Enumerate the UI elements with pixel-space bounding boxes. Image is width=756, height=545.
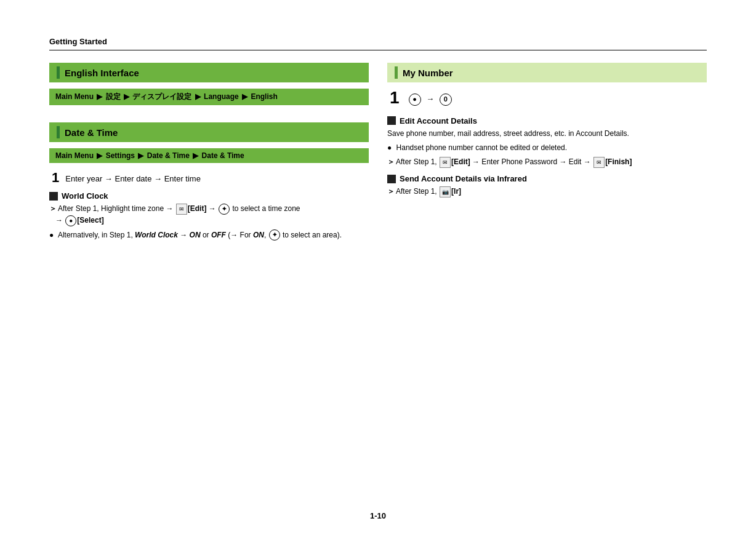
menu-item-language: Language — [204, 92, 239, 101]
english-interface-section: English Interface Main Menu ▶ 設定 ▶ ディスプレ… — [49, 63, 369, 113]
dt-arrow1: ▶ — [97, 151, 102, 160]
date-time-section: Date & Time Main Menu ▶ Settings ▶ Date … — [49, 122, 369, 241]
edit-account-bullet1: ● Handset phone number cannot be edited … — [387, 142, 707, 154]
greater-arrow2: ＞ — [387, 157, 395, 166]
arrow-right: → — [105, 174, 113, 183]
ir-sq-icon: 📷 — [440, 186, 451, 197]
greater-arrow3: ＞ — [387, 187, 395, 196]
dt-menu-item-main: Main Menu — [55, 151, 94, 160]
header-bar-dt — [57, 126, 60, 138]
world-clock-subsection: World Clock ＞After Step 1, Highlight tim… — [49, 191, 369, 241]
my-number-header: My Number — [387, 63, 707, 82]
arrow4: ▶ — [242, 92, 249, 101]
edit-sq-icon: ✉ — [440, 157, 451, 168]
left-column: English Interface Main Menu ▶ 設定 ▶ ディスプレ… — [49, 63, 369, 251]
edit-account-line1: ＞After Step 1, ✉[Edit] → Enter Phone Pas… — [387, 156, 707, 168]
page: Getting Started English Interface Main M… — [0, 0, 756, 545]
edit-account-icon — [387, 116, 396, 125]
world-clock-bullet: ● Alternatively, in Step 1, World Clock … — [49, 229, 369, 241]
dt-arrow3: ▶ — [193, 151, 200, 160]
content-area: English Interface Main Menu ▶ 設定 ▶ ディスプレ… — [49, 63, 707, 251]
english-interface-menu-path: Main Menu ▶ 設定 ▶ ディスプレイ設定 ▶ Language ▶ E… — [49, 89, 369, 105]
send-infrared-subsection: Send Account Details via Infrared ＞After… — [387, 174, 707, 197]
my-number-section: My Number 1 ● → 0 Edit Account Details — [387, 63, 707, 198]
edit-account-desc: Save phone number, mail address, street … — [387, 128, 707, 140]
send-infrared-label: Send Account Details via Infrared — [400, 174, 527, 183]
send-infrared-line1: ＞After Step 1, 📷[Ir] — [387, 186, 707, 197]
date-time-header: Date & Time — [49, 122, 369, 142]
my-number-title: My Number — [403, 68, 453, 78]
edit-account-subsection: Edit Account Details Save phone number, … — [387, 116, 707, 169]
step-1-text: Enter year → Enter date → Enter time — [65, 170, 201, 185]
send-infrared-title: Send Account Details via Infrared — [387, 174, 707, 183]
english-interface-title: English Interface — [65, 68, 139, 78]
page-header: Getting Started — [49, 37, 707, 50]
menu-item-display-jp: ディスプレイ設定 — [132, 92, 191, 101]
send-infrared-icon — [387, 175, 396, 183]
english-interface-header: English Interface — [49, 63, 369, 82]
my-number-step1: 1 ● → 0 — [387, 89, 707, 108]
dt-menu-item-datetime: Date & Time — [147, 151, 190, 160]
menu-item-english: English — [251, 92, 277, 101]
arrow-right2: → — [154, 174, 162, 183]
world-clock-cont: → ●[Select] — [49, 216, 104, 225]
step-1: 1 Enter year → Enter date → Enter time — [49, 170, 369, 185]
menu-item-main: Main Menu — [55, 92, 94, 101]
dt-menu-item-settings: Settings — [106, 151, 135, 160]
select-circle-icon: ✦ — [219, 204, 230, 215]
date-time-menu-path: Main Menu ▶ Settings ▶ Date & Time ▶ Dat… — [49, 148, 369, 163]
edit-icon-sq: ✉ — [176, 204, 187, 215]
gear-icon: ✦ — [269, 229, 280, 241]
page-title: Getting Started — [49, 37, 107, 46]
header-bar — [57, 66, 60, 79]
circle-icon-center: ● — [409, 93, 421, 106]
dt-menu-item-datetime2: Date & Time — [202, 151, 244, 160]
greater-arrow: ＞ — [49, 204, 57, 213]
title-block-icon — [49, 192, 58, 201]
finish-sq-icon: ✉ — [593, 157, 605, 168]
bullet-dot: ● — [49, 231, 54, 239]
my-number-step-num: 1 — [390, 89, 400, 108]
step-number-1: 1 — [52, 170, 59, 185]
page-number: 1-10 — [370, 511, 386, 520]
menu-item-settings-jp: 設定 — [106, 92, 121, 101]
edit-account-title: Edit Account Details — [387, 116, 707, 125]
world-clock-label: World Clock — [62, 191, 108, 201]
edit-account-body: Save phone number, mail address, street … — [387, 128, 707, 169]
arrow3: ▶ — [195, 92, 203, 101]
arrow2: ▶ — [124, 92, 131, 101]
zero-icon: 0 — [440, 93, 452, 106]
arrow-step: → — [426, 94, 434, 103]
select-circle-icon2: ● — [65, 215, 76, 226]
date-time-title: Date & Time — [65, 127, 118, 138]
dt-arrow2: ▶ — [138, 151, 145, 160]
world-clock-body: ＞After Step 1, Highlight time zone → ✉[E… — [49, 203, 369, 241]
world-clock-line1: ＞After Step 1, Highlight time zone → ✉[E… — [49, 203, 369, 226]
right-column: My Number 1 ● → 0 Edit Account Details — [387, 63, 707, 251]
header-bar-mn — [395, 66, 398, 79]
arrow1: ▶ — [97, 92, 104, 101]
edit-account-label: Edit Account Details — [400, 116, 477, 125]
bullet1: ● — [387, 143, 392, 152]
my-number-step-text: ● → 0 — [408, 90, 452, 106]
world-clock-title: World Clock — [49, 191, 369, 201]
send-infrared-body: ＞After Step 1, 📷[Ir] — [387, 186, 707, 197]
